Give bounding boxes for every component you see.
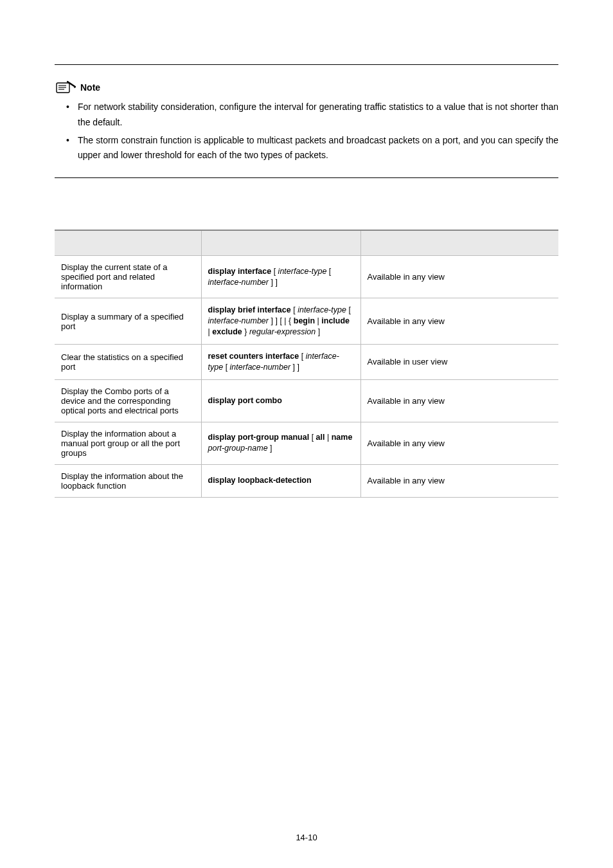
table-row: Clear the statistics on a specified port… <box>55 344 558 379</box>
cell-desc: Available in any view <box>360 298 558 345</box>
cell-command: display interface [ interface-type [ int… <box>201 256 360 298</box>
cell-command: display port combo <box>201 379 360 422</box>
horizontal-rule-bottom <box>55 177 558 178</box>
note-bullet-list: For network stability consideration, con… <box>66 100 558 163</box>
table-header <box>201 230 360 256</box>
cell-desc: Available in any view <box>360 464 558 497</box>
page-number: 14-10 <box>0 833 613 842</box>
cell-command: reset counters interface [ interface-typ… <box>201 344 360 379</box>
cell-command: display port-group manual [ all | name p… <box>201 422 360 464</box>
cell-command: display brief interface [ interface-type… <box>201 298 360 345</box>
table-header <box>55 230 201 256</box>
cell-todo: Display the Combo ports of a device and … <box>55 379 201 422</box>
cell-todo: Display the information about a manual p… <box>55 422 201 464</box>
cell-todo: Display the current state of a specified… <box>55 256 201 298</box>
note-heading: Note <box>55 80 558 95</box>
note-bullet: The storm constrain function is applicab… <box>66 133 558 164</box>
table-row: Display the current state of a specified… <box>55 256 558 298</box>
table-header <box>360 230 558 256</box>
horizontal-rule-top <box>55 64 558 65</box>
table-header-row <box>55 230 558 256</box>
cell-todo: Display a summary of a specified port <box>55 298 201 345</box>
note-label: Note <box>80 83 100 92</box>
command-table: Display the current state of a specified… <box>55 230 558 497</box>
page: Note For network stability consideration… <box>0 0 613 868</box>
table-row: Display the information about a manual p… <box>55 422 558 464</box>
cell-todo: Clear the statistics on a specified port <box>55 344 201 379</box>
table-row: Display the information about the loopba… <box>55 464 558 497</box>
note-bullet: For network stability consideration, con… <box>66 100 558 131</box>
cell-todo: Display the information about the loopba… <box>55 464 201 497</box>
table-row: Display a summary of a specified port di… <box>55 298 558 345</box>
cell-desc: Available in any view <box>360 422 558 464</box>
table-row: Display the Combo ports of a device and … <box>55 379 558 422</box>
cell-desc: Available in user view <box>360 344 558 379</box>
note-icon <box>55 80 76 95</box>
cell-desc: Available in any view <box>360 256 558 298</box>
cell-command: display loopback-detection <box>201 464 360 497</box>
cell-desc: Available in any view <box>360 379 558 422</box>
